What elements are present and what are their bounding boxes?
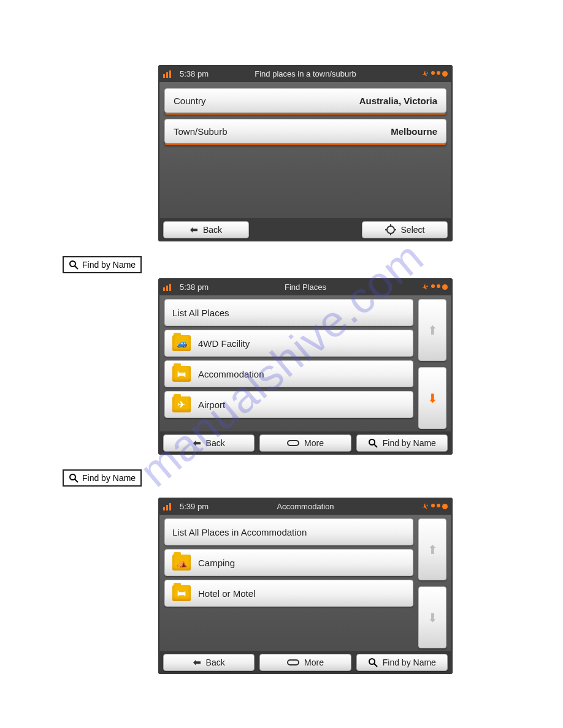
find-by-name-button[interactable]: Find by Name	[356, 654, 448, 671]
back-button[interactable]: ⬅ Back	[163, 654, 255, 671]
scroll-down-button[interactable]: ⬇	[418, 367, 446, 429]
button-label: Back	[206, 658, 225, 667]
scroll-up-button[interactable]: ⬆	[418, 518, 446, 580]
more-icon	[287, 439, 299, 447]
scroll-down-button[interactable]: ⬇	[418, 586, 446, 648]
folder-icon: 🛏	[172, 585, 191, 601]
svg-point-0	[387, 226, 394, 233]
back-button[interactable]: ⬅ Back	[163, 434, 255, 452]
button-label: More	[304, 438, 324, 448]
list-item-label: Accommodation	[198, 369, 264, 379]
page-title: Accommodation	[158, 502, 453, 511]
scroll-up-button[interactable]: ⬆	[418, 299, 446, 361]
more-button[interactable]: More	[259, 434, 351, 452]
svg-point-8	[369, 439, 375, 445]
select-button[interactable]: Select	[362, 221, 448, 238]
category-accommodation[interactable]: 🛏 Accommodation	[164, 360, 413, 387]
svg-line-11	[75, 479, 78, 482]
field-label: Town/Suburb	[174, 126, 228, 137]
svg-point-13	[369, 659, 375, 664]
footer: ⬅ Back More Find by Name	[158, 651, 453, 674]
button-label: Select	[401, 225, 425, 235]
search-icon	[69, 260, 79, 270]
more-button[interactable]: More	[259, 654, 351, 671]
svg-point-10	[70, 474, 75, 480]
svg-line-6	[75, 266, 78, 269]
list-item-label: List All Places	[172, 308, 229, 318]
arrow-up-icon: ⬆	[427, 323, 438, 338]
button-label: Back	[203, 225, 222, 235]
svg-point-5	[70, 261, 75, 267]
list-all-places[interactable]: List All Places	[164, 299, 413, 326]
button-label: Find by Name	[82, 260, 136, 270]
category-camping[interactable]: ⛺ Camping	[164, 549, 413, 576]
category-hotel[interactable]: 🛏 Hotel or Motel	[164, 580, 413, 607]
category-airport[interactable]: ✈ Airport	[164, 391, 413, 418]
status-bar: 5:38 pm Find Places ✈	[158, 278, 453, 295]
svg-rect-12	[288, 660, 299, 665]
find-by-name-callout[interactable]: Find by Name	[63, 469, 142, 487]
button-label: Find by Name	[383, 438, 436, 448]
screen-find-places-town: 5:38 pm Find places in a town/suburb ✈ C…	[158, 65, 453, 241]
status-bar: 5:38 pm Find places in a town/suburb ✈	[158, 65, 453, 82]
field-town[interactable]: Town/Suburb Melbourne	[164, 119, 446, 143]
field-value: Melbourne	[391, 126, 437, 137]
field-label: Country	[174, 96, 206, 106]
list-item-label: Camping	[198, 558, 235, 568]
field-value: Australia, Victoria	[359, 96, 437, 106]
list-item-label: Airport	[198, 400, 225, 410]
list-item-label: List All Places in Accommodation	[172, 527, 307, 537]
field-country[interactable]: Country Australia, Victoria	[164, 88, 446, 113]
category-4wd[interactable]: 🚙 4WD Facility	[164, 330, 413, 357]
back-button[interactable]: ⬅ Back	[163, 221, 249, 238]
folder-icon: 🚙	[172, 335, 191, 351]
screen-find-places-categories: 5:38 pm Find Places ✈ List All Places 🚙 …	[158, 278, 453, 455]
find-by-name-callout[interactable]: Find by Name	[63, 256, 142, 273]
arrow-up-icon: ⬆	[427, 542, 438, 557]
more-icon	[287, 659, 299, 666]
list-item-label: 4WD Facility	[198, 338, 250, 349]
arrow-left-icon: ⬅	[190, 224, 198, 235]
folder-icon: ✈	[172, 396, 191, 412]
svg-line-14	[374, 664, 377, 667]
find-by-name-button[interactable]: Find by Name	[356, 434, 448, 452]
button-label: Find by Name	[383, 658, 436, 667]
folder-icon: 🛏	[172, 366, 191, 382]
search-icon	[368, 438, 378, 448]
arrow-left-icon: ⬅	[193, 657, 201, 668]
status-bar: 5:39 pm Accommodation ✈	[158, 498, 453, 515]
search-icon	[368, 658, 378, 667]
list-all-in-accommodation[interactable]: List All Places in Accommodation	[164, 518, 413, 545]
button-label: More	[304, 658, 324, 667]
page-title: Find places in a town/suburb	[158, 69, 453, 78]
arrow-down-icon: ⬇	[427, 391, 438, 406]
arrow-down-icon: ⬇	[427, 610, 438, 625]
button-label: Find by Name	[82, 473, 136, 483]
footer: ⬅ Back More Find by Name	[158, 431, 453, 455]
svg-rect-7	[288, 441, 299, 446]
button-label: Back	[206, 438, 225, 448]
footer: ⬅ Back Select	[158, 218, 453, 241]
folder-icon: ⛺	[172, 555, 191, 571]
svg-line-9	[374, 444, 377, 447]
list-item-label: Hotel or Motel	[198, 588, 255, 599]
arrow-left-icon: ⬅	[193, 438, 201, 449]
search-icon	[69, 473, 79, 483]
target-icon	[385, 224, 396, 235]
page-title: Find Places	[158, 282, 453, 292]
screen-accommodation: 5:39 pm Accommodation ✈ List All Places …	[158, 498, 453, 674]
